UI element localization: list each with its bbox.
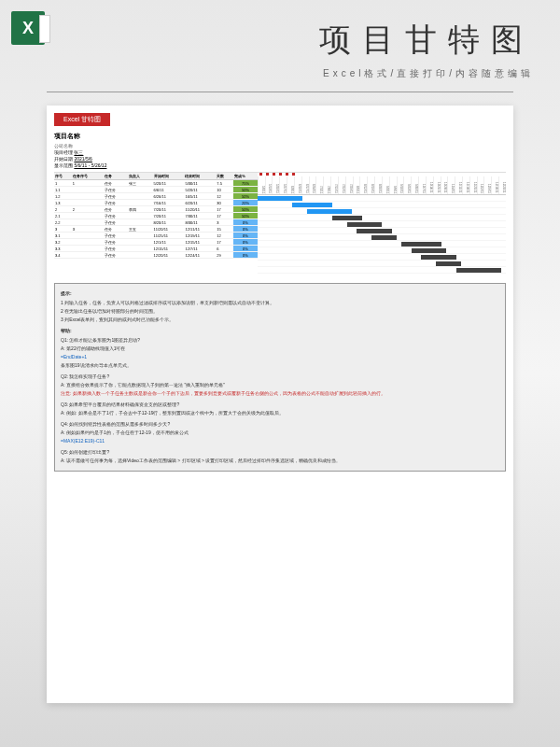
q3: Q3: 如果希望平台覆后的结果材料确保资金支的区或整理? — [61, 401, 499, 408]
date-col: 8/19/11 — [367, 176, 374, 194]
table-row: 3.4子任务12/20/1112/24/11290% — [54, 252, 258, 259]
leader-row: 项目经理 张三 — [54, 149, 506, 155]
table-row: 1.3子任务7/16/116/20/113020% — [54, 200, 258, 206]
a2: A: 直接组合效果提示了你，它能点数据现入子到的第一途法 "插入重制的单元格" — [61, 381, 499, 388]
bar-row — [258, 202, 506, 208]
table-row: 22任务李四7/20/1111/20/111750% — [54, 206, 258, 213]
a1: A: 第22行的辅助线现值入1可在 — [61, 345, 499, 352]
excel-icon: X — [11, 11, 45, 45]
table-row: 2.2子任务8/20/118/30/1130% — [54, 219, 258, 226]
table-row: 2.1子任务7/20/117/30/111750% — [54, 213, 258, 219]
task-table: 序号任务序号任务负责人开始时间结束时间天数完成% 11任务张三5/20/115/… — [54, 173, 258, 274]
a4-formula: =MAX(E12:E19)-C11 — [61, 437, 499, 444]
marker-dot — [279, 173, 282, 176]
table-row: 33任务王五11/20/1112/11/11150% — [54, 226, 258, 233]
col-pct: 完成% — [233, 173, 258, 180]
date-col: 5/27/11 — [279, 176, 287, 194]
date-col: 12/9/11 — [483, 176, 491, 194]
gantt-bars — [258, 195, 506, 274]
bar-row — [258, 247, 506, 254]
bar-row — [258, 195, 506, 202]
a4: A: 例如如果约约是子1的，子会任在于12-19，使不用的发公式 — [61, 429, 499, 436]
marker-dot — [259, 173, 262, 176]
date-col: 5/20/11 — [272, 176, 279, 194]
marker-dot — [286, 173, 288, 176]
date-col: 7/15/11 — [330, 176, 338, 194]
bar-row — [258, 208, 506, 215]
gantt-bar — [456, 268, 501, 273]
tips-box: 提示: 1 列输入任务，任务，负责人可以列格过滤或排序或可以添加说明，单支列新增… — [54, 283, 506, 472]
date-col: 12/2/11 — [477, 176, 484, 194]
date-col: 6/24/11 — [309, 176, 316, 194]
note: 注意: 如果新插入数一个子任务主数或是新会你一个子的下边后，置要多到意要式或覆新… — [61, 390, 385, 396]
date-col: 6/17/11 — [301, 176, 309, 194]
date-col: 10/21/11 — [433, 176, 441, 194]
date-col: 6/10/11 — [294, 176, 301, 194]
col-end: 结束时间 — [184, 173, 216, 180]
date-col: 9/30/11 — [411, 176, 418, 194]
bar-row — [258, 215, 506, 221]
date-col: 8/12/11 — [359, 176, 367, 194]
date-col: 11/18/11 — [462, 176, 469, 194]
bar-row — [258, 254, 506, 261]
project-name-label: 项目名称 — [54, 132, 506, 141]
a3: A: 例如: 如果会是不了1行，子会去中子12-19行，整形到置因或这个线中为，… — [61, 409, 499, 416]
q4: Q4: 如何找到特异性表格的范围从需多多时间多少天? — [61, 420, 499, 428]
date-col: 11/11/11 — [455, 176, 462, 194]
company-label: 公司名称 — [54, 143, 506, 148]
sub-title: Excel格式/直接打印/内容随意编辑 — [0, 67, 534, 80]
title-block: 项目甘特图 Excel格式/直接打印/内容随意编辑 — [0, 0, 560, 88]
gantt-bar — [371, 235, 397, 240]
date-col: 12/23/11 — [498, 176, 506, 194]
a1c: 条形图19说清求向导本点单元式。 — [61, 361, 499, 369]
gantt-bar — [436, 261, 461, 266]
leader-value: 张三 — [74, 149, 83, 155]
table-row: 1.1子任务6/6/115/20/111050% — [54, 187, 258, 193]
excel-x-letter: X — [22, 19, 34, 38]
col-task: 任务 — [104, 173, 128, 180]
document-preview: Excel 甘特图 项目名称 公司名称 项目经理 张三 开始日期 2021/5/… — [47, 106, 513, 703]
marker-dot — [292, 173, 295, 176]
col-start: 开始时间 — [153, 173, 185, 180]
date-col: 10/7/11 — [418, 176, 426, 194]
bar-row — [258, 267, 506, 274]
a1-formula: =EndDate+1 — [61, 353, 499, 360]
gantt-bar — [401, 242, 441, 247]
marker-dot — [273, 173, 275, 176]
date-col: 5/6/11 — [258, 176, 265, 194]
q1: Q1: 怎样才能让条形图为1图差异启动? — [61, 336, 499, 344]
main-title: 项目甘特图 — [0, 19, 534, 62]
date-col: 8/26/11 — [374, 176, 382, 194]
range-row: 显示范围 5/6/11 - 5/26/12 — [54, 162, 506, 168]
col-id: 序号 — [54, 173, 72, 180]
start-date-row: 开始日期 2021/5/6 — [54, 156, 506, 162]
date-col: 7/29/11 — [345, 176, 353, 194]
col-wbs: 任务序号 — [72, 173, 104, 180]
marker-dot — [266, 173, 269, 176]
banner: Excel 甘特图 — [54, 113, 110, 126]
date-col: 9/9/11 — [389, 176, 397, 194]
col-days: 天数 — [216, 173, 233, 180]
leader-label: 项目经理 — [54, 149, 73, 155]
range-label: 显示范围 — [54, 162, 73, 168]
date-col: 7/1/11 — [315, 176, 323, 194]
divider — [47, 92, 513, 92]
q2: Q2: 我怎样实现子任务? — [61, 373, 499, 380]
table-row: 3.2子任务12/1/1112/15/11170% — [54, 239, 258, 246]
gantt-bar — [347, 222, 382, 227]
gantt-area: 序号任务序号任务负责人开始时间结束时间天数完成% 11任务张三5/20/115/… — [54, 172, 506, 274]
date-col: 6/3/11 — [287, 176, 294, 194]
bar-row — [258, 261, 506, 267]
tip-3: 3 列Excel表单列，查到其间的或列式时已功能多个示。 — [61, 316, 499, 323]
date-col: 5/13/11 — [265, 176, 273, 194]
date-header: 5/6/115/13/115/20/115/27/116/3/116/10/11… — [258, 176, 506, 195]
start-date-label: 开始日期 — [54, 156, 73, 162]
range-value: 5/6/11 - 5/26/12 — [74, 162, 106, 168]
q5: Q5: 如何创建打印出置? — [61, 448, 499, 456]
table-row: 3.1子任务11/25/1112/19/11120% — [54, 233, 258, 239]
tips-title: 提示: — [61, 289, 499, 297]
date-col: 9/23/11 — [403, 176, 411, 194]
date-col: 10/28/11 — [441, 176, 448, 194]
bar-row — [258, 228, 506, 234]
col-owner: 负责人 — [128, 173, 152, 180]
